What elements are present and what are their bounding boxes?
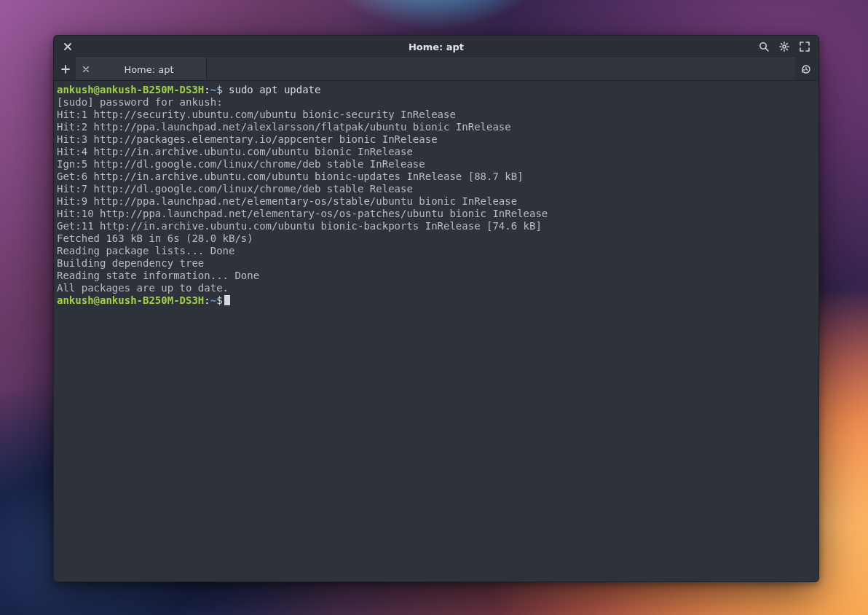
history-icon[interactable] (797, 60, 816, 79)
terminal-cursor (224, 295, 230, 305)
gear-icon[interactable] (775, 37, 794, 56)
search-icon[interactable] (754, 37, 773, 56)
window-title: Home: apt (54, 42, 818, 52)
tab-home-apt[interactable]: Home: apt (76, 58, 207, 80)
tabbar-spacer (207, 58, 795, 80)
terminal-viewport[interactable]: ankush@ankush-B250M-DS3H:~$ sudo apt upd… (54, 81, 818, 581)
terminal-window: Home: apt Home: apt ankus (53, 35, 819, 582)
titlebar[interactable]: Home: apt (54, 36, 818, 58)
new-tab-button[interactable] (56, 60, 75, 79)
maximize-icon[interactable] (795, 37, 814, 56)
tabbar: Home: apt (54, 58, 818, 81)
svg-point-1 (783, 45, 786, 48)
tab-label: Home: apt (98, 64, 200, 75)
terminal-content[interactable]: ankush@ankush-B250M-DS3H:~$ sudo apt upd… (54, 84, 818, 307)
tab-close-icon[interactable] (79, 62, 93, 77)
window-close-button[interactable] (58, 37, 77, 56)
